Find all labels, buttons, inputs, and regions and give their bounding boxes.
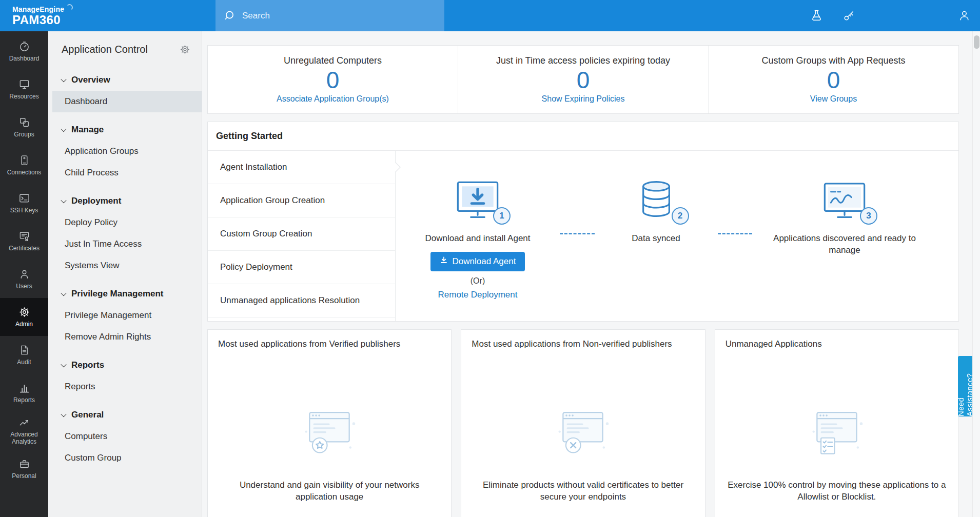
analytics-trend-icon [18,416,30,428]
gear-icon [18,306,30,318]
rail-item-ssh-keys[interactable]: SSH Keys [0,184,48,222]
rail-item-label: Advanced Analytics [3,431,46,446]
download-agent-button-label: Download Agent [453,256,516,267]
card-nonverified-publishers: Most used applications from Non-verified… [461,329,705,517]
rail-item-label: Audit [17,359,31,366]
card-description: Exercise 100% control by moving these ap… [726,480,948,503]
chevron-down-icon [61,290,66,296]
tab-agent-installation[interactable]: Agent Installation [208,151,395,184]
step-number-badge: 2 [672,207,689,225]
sidebar-section-general[interactable]: General [48,404,202,426]
sidebar-section-label: Privilege Management [71,289,164,299]
verified-apps-icon [298,407,361,461]
stat-unregulated-computers: Unregulated Computers 0 Associate Applic… [208,46,458,113]
topbar-actions [810,9,980,22]
sidebar-item-just-in-time-access[interactable]: Just In Time Access [48,233,202,255]
primary-nav-rail: Dashboard Resources Groups Connections S… [0,31,48,517]
scrollbar-thumb[interactable] [974,35,979,49]
sidebar-item-reports[interactable]: Reports [48,376,202,397]
associate-application-groups-link[interactable]: Associate Application Group(s) [277,94,389,104]
unmanaged-apps-icon [806,407,868,461]
card-description: Understand and gain visibility of your n… [218,480,441,503]
step-download-install-agent: 1 Download and install Agent Download Ag… [406,175,550,321]
tab-unmanaged-applications-resolution[interactable]: Unmanaged applications Resolution [208,284,395,317]
sidebar-item-remove-admin-rights[interactable]: Remove Admin Rights [48,326,202,348]
sidebar-item-dashboard[interactable]: Dashboard [52,91,202,112]
user-profile-icon[interactable] [958,9,971,22]
rail-item-users[interactable]: Users [0,260,48,298]
password-key-icon[interactable] [842,9,855,22]
rail-item-label: Resources [9,93,38,101]
sidebar-section-label: General [71,410,104,420]
rail-item-admin[interactable]: Admin [0,298,48,336]
sidebar-section-label: Overview [71,75,110,85]
remote-deployment-link[interactable]: Remote Deployment [438,290,518,300]
main-content: Unregulated Computers 0 Associate Applic… [202,31,980,517]
tab-policy-deployment[interactable]: Policy Deployment [208,251,395,284]
card-description: Eliminate products without valid certifi… [472,480,694,503]
sidebar-section-overview[interactable]: Overview [48,69,202,91]
sidebar-section-manage[interactable]: Manage [48,119,202,141]
certificate-icon [18,230,30,242]
topbar: ManageEngine PAM360 [0,0,980,31]
insight-cards-row: Most used applications from Verified pub… [207,329,959,517]
step-label: Download and install Agent [425,233,530,245]
show-expiring-policies-link[interactable]: Show Expiring Policies [542,94,625,104]
rail-item-certificates[interactable]: Certificates [0,222,48,260]
chevron-down-icon [61,197,66,203]
settings-gear-icon[interactable] [180,44,190,55]
step-connector [718,233,753,234]
lab-flask-icon[interactable] [810,9,823,22]
chevron-down-icon [61,76,66,82]
bar-chart-icon [18,382,30,394]
stat-jit-policies-expiring: Just in Time access policies expiring to… [458,46,708,113]
rail-item-label: SSH Keys [10,207,38,214]
getting-started-tabs: Agent Installation Application Group Cre… [208,151,396,321]
rail-item-resources[interactable]: Resources [0,70,48,108]
rail-item-connections[interactable]: Connections [0,146,48,184]
stat-value: 0 [326,67,340,94]
sidebar-section-reports[interactable]: Reports [48,354,202,376]
need-assistance-tab[interactable]: Need Assistance? [958,356,972,416]
sidebar-section-privilege-management[interactable]: Privilege Management [48,283,202,305]
rail-item-dashboard[interactable]: Dashboard [0,32,48,70]
search-bar[interactable] [215,0,444,31]
page-title: Application Control [62,44,148,55]
sidebar-item-child-process[interactable]: Child Process [48,162,202,184]
sidebar-item-systems-view[interactable]: Systems View [48,255,202,276]
search-input[interactable] [242,11,436,21]
download-agent-button[interactable]: Download Agent [430,252,525,271]
monitor-icon [18,78,30,90]
step-applications-discovered: 3 Applications discovered and ready to m… [762,175,927,321]
rail-item-advanced-analytics[interactable]: Advanced Analytics [0,412,48,450]
stats-row: Unregulated Computers 0 Associate Applic… [207,45,959,114]
nonverified-apps-icon [552,407,614,461]
tab-application-group-creation[interactable]: Application Group Creation [208,184,395,217]
card-title: Unmanaged Applications [726,339,822,349]
step-label: Applications discovered and ready to man… [762,233,927,256]
page-scrollbar[interactable] [972,31,980,517]
or-text: (Or) [471,276,485,286]
step-label: Data synced [632,233,680,245]
stat-custom-groups-app-requests: Custom Groups with App Requests 0 View G… [708,46,958,113]
sidebar-item-application-groups[interactable]: Application Groups [48,141,202,162]
tab-custom-group-creation[interactable]: Custom Group Creation [208,217,395,251]
rail-item-label: Certificates [9,245,40,252]
rail-item-reports[interactable]: Reports [0,374,48,412]
sidebar-item-privilege-management[interactable]: Privilege Management [48,305,202,326]
stat-title: Custom Groups with App Requests [761,55,905,66]
view-groups-link[interactable]: View Groups [810,94,857,104]
connections-icon [18,154,30,166]
rail-item-audit[interactable]: Audit [0,336,48,374]
brand-pam360: PAM360 [12,13,207,26]
audit-document-icon [18,344,30,356]
sidebar-item-deploy-policy[interactable]: Deploy Policy [48,212,202,233]
sidebar-item-custom-group[interactable]: Custom Group [48,447,202,469]
rail-item-groups[interactable]: Groups [0,108,48,146]
search-icon [224,10,236,22]
stat-title: Just in Time access policies expiring to… [496,55,670,66]
sidebar-section-deployment[interactable]: Deployment [48,190,202,212]
brand-logo[interactable]: ManageEngine PAM360 [0,5,207,26]
sidebar-item-computers[interactable]: Computers [48,426,202,447]
rail-item-personal[interactable]: Personal [0,450,48,488]
